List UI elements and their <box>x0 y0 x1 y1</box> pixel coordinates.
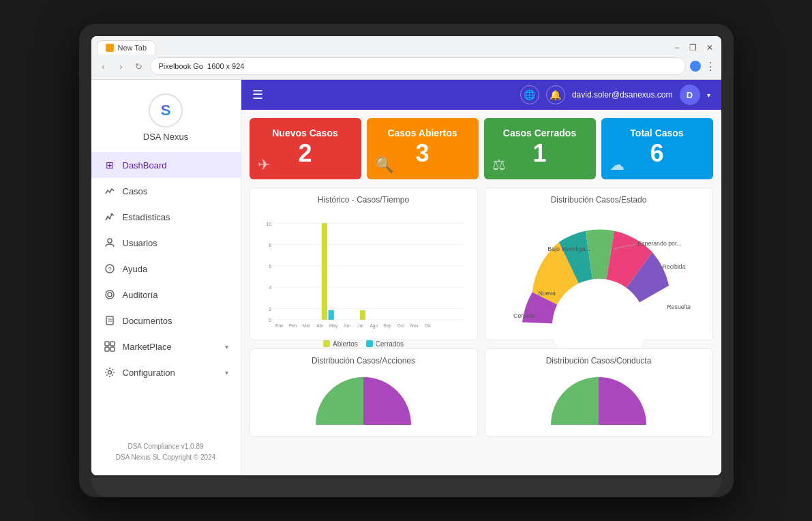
sidebar-item-label: Auditoría <box>123 290 158 300</box>
gauge-container: Nueva Bajo Investiga... Esperando por...… <box>492 210 706 348</box>
sidebar-item-estadisticas[interactable]: Estadísticas <box>91 204 241 230</box>
sidebar-item-configuration[interactable]: Configuration ▾ <box>91 359 241 385</box>
browser-minimize[interactable]: − <box>672 43 682 53</box>
svg-text:Nueva: Nueva <box>538 290 556 297</box>
sidebar-item-marketplace[interactable]: MarketPlace ▾ <box>91 333 241 359</box>
acciones-chart-card: Distribución Casos/Acciones <box>250 348 478 437</box>
svg-text:Jul: Jul <box>357 323 363 328</box>
forward-button[interactable]: › <box>115 59 128 73</box>
browser-chrome: New Tab − ❐ ✕ ‹ › ↻ ⋮ <box>91 36 721 80</box>
configuration-icon <box>104 366 116 378</box>
sidebar-item-label: MarketPlace <box>123 342 172 352</box>
main-content: ☰ 🌐 🔔 david.soler@dsanexus.com D ▾ <box>241 80 721 475</box>
cerrados-icon: ⚖ <box>492 156 506 174</box>
conducta-pie-svg <box>544 371 653 428</box>
avatar[interactable]: D <box>680 85 700 105</box>
ayuda-icon: ? <box>104 263 116 275</box>
svg-text:Mar: Mar <box>302 323 310 328</box>
stat-value: 6 <box>612 141 702 166</box>
browser-close[interactable]: ✕ <box>704 43 716 53</box>
sidebar-item-casos[interactable]: Casos <box>91 178 241 204</box>
sidebar-brand: DSA Nexus <box>143 132 188 142</box>
marketplace-icon <box>104 340 116 353</box>
estadisticas-icon <box>104 211 116 223</box>
bar-chart-container: 10 8 6 4 2 0 <box>257 210 470 348</box>
logo-letter: S <box>161 102 171 119</box>
svg-text:Oct: Oct <box>397 323 404 328</box>
stat-nuevos-casos: Nuevos Casos 2 ✈ <box>250 118 361 179</box>
sidebar-item-label: Casos <box>123 186 148 196</box>
cerrados-legend-dot <box>366 340 373 347</box>
browser-menu[interactable]: ⋮ <box>705 60 716 73</box>
app-container: S DSA Nexus ⊞ DashBoard Casos <box>91 80 721 475</box>
bar-chart-title: Histórico - Casos/Tiempo <box>257 195 470 205</box>
stat-value: 1 <box>495 141 585 166</box>
svg-text:Ago: Ago <box>370 323 378 329</box>
sidebar-item-usuarios[interactable]: Usuarios <box>91 230 241 256</box>
sidebar-item-label: Estadísticas <box>123 212 170 222</box>
svg-rect-12 <box>110 342 115 346</box>
sidebar-item-ayuda[interactable]: ? Ayuda <box>91 256 241 282</box>
legend-cerrados: Cerrados <box>366 340 404 348</box>
svg-text:May: May <box>329 323 337 329</box>
svg-text:Jun: Jun <box>343 323 350 328</box>
configuration-chevron-icon: ▾ <box>225 369 228 376</box>
user-chevron-icon[interactable]: ▾ <box>707 91 710 99</box>
header-right: 🌐 🔔 david.soler@dsanexus.com D ▾ <box>520 85 710 105</box>
acciones-pie-svg <box>309 371 418 428</box>
svg-text:Resuelta: Resuelta <box>667 303 691 310</box>
bottom-charts-row: Distribución Casos/Acciones Distribució <box>250 348 713 437</box>
svg-rect-13 <box>105 347 109 351</box>
sidebar-item-label: Ayuda <box>123 264 148 274</box>
svg-rect-14 <box>110 347 115 351</box>
chart-legend: Abiertos Cerrados <box>257 340 470 348</box>
svg-point-1 <box>108 218 110 220</box>
browser-tab[interactable]: New Tab <box>97 40 156 55</box>
svg-rect-29 <box>328 310 333 320</box>
conducta-chart-card: Distribución Casos/Conducta <box>485 348 713 437</box>
svg-text:4: 4 <box>269 284 271 291</box>
stat-value: 2 <box>260 141 350 166</box>
svg-rect-28 <box>321 223 327 320</box>
reload-button[interactable]: ↻ <box>132 59 146 73</box>
svg-text:Feb: Feb <box>289 323 297 328</box>
back-button[interactable]: ‹ <box>97 59 110 73</box>
svg-text:?: ? <box>108 266 111 273</box>
conducta-pie-container <box>492 371 706 428</box>
svg-text:Cerrada: Cerrada <box>513 312 535 319</box>
acciones-chart-title: Distribución Casos/Acciones <box>257 356 470 366</box>
top-header: ☰ 🌐 🔔 david.soler@dsanexus.com D ▾ <box>241 80 721 110</box>
stat-title: Casos Cerrados <box>495 128 585 138</box>
svg-rect-8 <box>106 316 113 325</box>
sidebar: S DSA Nexus ⊞ DashBoard Casos <box>91 80 241 475</box>
casos-icon <box>104 185 116 197</box>
stat-casos-abiertos: Casos Abiertos 3 🔍 <box>367 118 479 179</box>
marketplace-chevron-icon: ▾ <box>225 343 228 351</box>
bell-icon[interactable]: 🔔 <box>546 85 565 104</box>
address-bar[interactable] <box>150 57 686 75</box>
content-area: Nuevos Casos 2 ✈ Casos Abiertos 3 🔍 Caso… <box>241 110 721 475</box>
profile-dot[interactable] <box>690 61 701 72</box>
globe-icon[interactable]: 🌐 <box>520 85 539 104</box>
conducta-chart-title: Distribución Casos/Conducta <box>492 356 706 366</box>
svg-text:Ene: Ene <box>275 323 284 328</box>
svg-point-0 <box>106 216 108 218</box>
sidebar-item-auditoria[interactable]: Auditoría <box>91 282 241 308</box>
stat-title: Nuevos Casos <box>260 128 350 138</box>
sidebar-footer: DSA Compliance v1.0.89 DSA Nexus SL Copy… <box>91 436 241 468</box>
acciones-pie-container <box>257 371 470 428</box>
sidebar-item-documentos[interactable]: Documentos <box>91 308 241 333</box>
auditoria-icon <box>104 288 116 301</box>
sidebar-item-dashboard[interactable]: ⊞ DashBoard <box>91 152 241 178</box>
sidebar-logo: S DSA Nexus <box>91 80 241 152</box>
tab-favicon <box>106 44 114 52</box>
logo-circle: S <box>149 93 183 128</box>
bar-chart-svg: 10 8 6 4 2 0 <box>257 210 470 338</box>
usuarios-icon <box>104 237 116 249</box>
browser-restore[interactable]: ❐ <box>687 43 700 53</box>
charts-row: Histórico - Casos/Tiempo <box>250 188 713 340</box>
hamburger-icon[interactable]: ☰ <box>252 87 263 102</box>
svg-text:Esperando por...: Esperando por... <box>637 240 682 247</box>
documentos-icon <box>104 314 116 327</box>
svg-rect-30 <box>359 310 365 320</box>
